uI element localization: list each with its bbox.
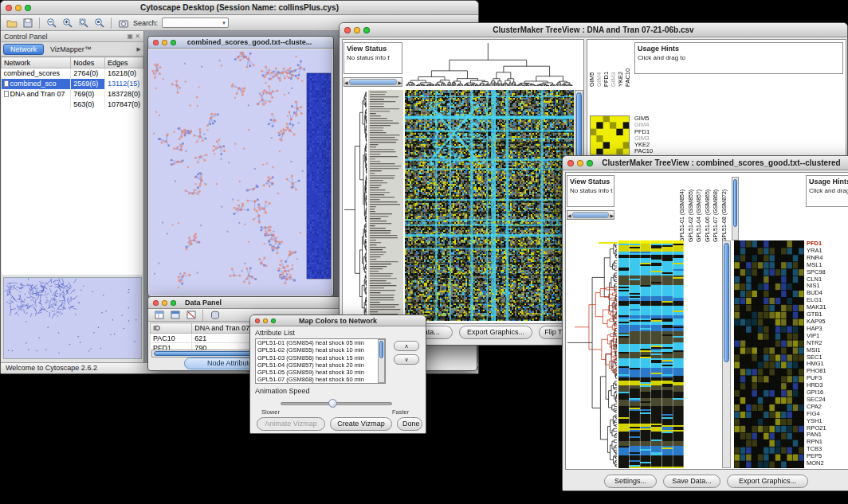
scroll-right-icon[interactable]: ▶ (398, 80, 402, 85)
gene-label[interactable]: VIP1 (807, 333, 848, 340)
gene-label[interactable]: PFD1 (807, 240, 848, 248)
global-heatmap-canvas[interactable] (618, 240, 684, 468)
col-nodes[interactable]: Nodes (71, 57, 105, 68)
dropdown-arrow-icon[interactable]: ▼ (222, 21, 226, 25)
col-id[interactable]: ID (151, 323, 192, 334)
zoom-selected-icon[interactable] (93, 17, 105, 29)
attribute-list[interactable]: GPL51-01 (GSM854) heat shock 05 minGPL51… (255, 338, 386, 384)
row-dendrogram-canvas[interactable] (344, 90, 367, 321)
gene-label[interactable]: GTB1 (807, 311, 848, 318)
network-row-selected[interactable]: combined_sco 2569(6) 13112(15) (2, 79, 143, 89)
gene-label[interactable]: PAN1 (807, 432, 848, 439)
gene-label[interactable]: SEC24 (807, 397, 848, 404)
col-edges[interactable]: Edges (104, 57, 143, 68)
column-dendrogram-canvas[interactable] (405, 42, 574, 87)
scroll-thumb[interactable] (724, 243, 729, 362)
panel-float-icon[interactable]: ▣ ✕ (128, 33, 140, 40)
network-graph-canvas[interactable] (149, 49, 332, 295)
gene-label[interactable]: CPA2 (807, 404, 848, 411)
gene-label[interactable]: RPN1 (807, 439, 848, 446)
unselect-attributes-icon[interactable] (185, 309, 197, 321)
select-attributes-icon[interactable] (153, 309, 165, 321)
network-view-titlebar[interactable]: combined_scores_good.txt--cluste... (148, 37, 333, 49)
open-folder-icon[interactable] (6, 17, 18, 29)
attribute-list-item[interactable]: GPL51-05 (GSM859) heat shock 30 min (256, 369, 385, 376)
zoom-button[interactable] (171, 300, 176, 306)
zoom-button[interactable] (587, 160, 593, 166)
move-up-button[interactable]: ∧ (394, 341, 419, 351)
close-button[interactable] (567, 160, 574, 166)
save-data-button[interactable]: Save Data... (663, 475, 720, 488)
select-all-attributes-icon[interactable] (169, 309, 181, 321)
network-overview-thumbnail[interactable] (3, 277, 142, 359)
gene-label[interactable]: BUD4 (807, 290, 848, 297)
network-row[interactable]: RNAPuberNov2 563(0) 107847(0) (2, 100, 143, 110)
minimize-button[interactable] (15, 5, 22, 11)
zoom-button[interactable] (271, 318, 276, 323)
gene-label[interactable]: GPI16 (807, 389, 848, 397)
minimize-button[interactable] (162, 40, 167, 45)
treeview2-titlebar[interactable]: ClusterMaker TreeView : combined_scores_… (563, 156, 848, 170)
close-button[interactable] (255, 318, 260, 323)
save-icon[interactable] (22, 17, 33, 29)
gene-label[interactable]: MSL1 (807, 262, 848, 269)
network-row[interactable]: combined_scores 2764(0) 16218(0) (2, 68, 143, 79)
settings-button[interactable]: Settings... (604, 475, 657, 488)
treeview1-titlebar[interactable]: ClusterMaker TreeView : DNA and Tran 07-… (340, 23, 847, 37)
done-button[interactable]: Done (397, 417, 422, 431)
zoom-button[interactable] (363, 27, 370, 33)
scroll-track[interactable] (349, 79, 398, 85)
gene-label[interactable]: HAP3 (807, 326, 848, 333)
gene-label[interactable]: PUF3 (807, 375, 848, 382)
heatmap-canvas[interactable] (405, 90, 574, 321)
create-vizmap-button[interactable]: Create Vizmap (330, 417, 392, 431)
scroll-track[interactable] (572, 212, 610, 218)
export-graphics-button[interactable]: Export Graphics... (459, 326, 532, 339)
gene-label[interactable]: PHO81 (807, 368, 848, 375)
zoom-fit-icon[interactable] (77, 17, 89, 29)
slider-thumb[interactable] (328, 399, 337, 408)
gene-label[interactable]: SPC98 (807, 269, 848, 276)
attribute-list-item[interactable]: GPL51-04 (GSM857) heat shock 20 min (256, 361, 385, 369)
network-name[interactable]: DNA and Tran 07 (2, 89, 71, 100)
animate-vizmap-button[interactable]: Animate Vizmap (257, 417, 325, 431)
minimize-button[interactable] (263, 318, 268, 323)
close-button[interactable] (153, 300, 159, 306)
gene-label[interactable]: ELG1 (807, 297, 848, 304)
scroll-left-icon[interactable]: ◀ (567, 213, 571, 218)
row-dendrogram-canvas[interactable] (567, 240, 618, 468)
attribute-list-item[interactable]: GPL51-07 (GSM868) heat shock 60 min (256, 376, 385, 383)
gene-label[interactable]: NIS1 (807, 283, 848, 290)
gene-label[interactable]: CLN1 (807, 276, 848, 283)
minimize-button[interactable] (354, 27, 360, 33)
col-network[interactable]: Network (2, 57, 71, 68)
close-button[interactable] (344, 27, 351, 33)
zoom-matrix-canvas[interactable] (590, 115, 630, 155)
attribute-list-scrollbar[interactable] (378, 339, 385, 383)
attribute-list-item[interactable]: GPL51-03 (GSM856) heat shock 15 min (256, 354, 385, 361)
gene-label[interactable]: NTR2 (807, 340, 848, 347)
zoom-button[interactable] (171, 40, 176, 45)
search-input[interactable]: ▼ (162, 18, 229, 28)
cytoscape-titlebar[interactable]: Cytoscape Desktop (Session Name: collins… (1, 1, 478, 15)
labels-vscrollbar[interactable] (732, 177, 739, 240)
scroll-left-icon[interactable]: ◀ (344, 80, 348, 85)
move-down-button[interactable]: ∨ (394, 354, 419, 365)
minimize-button[interactable] (162, 300, 167, 306)
network-name[interactable]: combined_sco (2, 79, 71, 89)
gene-label[interactable]: YRA1 (807, 248, 848, 255)
minimize-button[interactable] (577, 160, 583, 166)
gene-label[interactable]: MSI1 (807, 347, 848, 354)
h-scroll-mini[interactable]: ◀ ▶ (567, 210, 614, 220)
network-name[interactable]: RNAPuberNov2 (2, 100, 71, 110)
h-scroll-mini[interactable]: ◀ ▶ (344, 77, 402, 87)
gene-label[interactable]: RNR4 (807, 255, 848, 262)
export-graphics-button[interactable]: Export Graphics... (727, 475, 808, 488)
heatmap-vscrollbar[interactable] (722, 240, 731, 468)
tab-vizmapper[interactable]: VizMapper™ (47, 45, 95, 53)
snapshot-icon[interactable] (117, 17, 129, 29)
close-button[interactable] (6, 5, 12, 11)
zoom-in-icon[interactable] (61, 17, 73, 29)
gene-label[interactable]: HRD3 (807, 382, 848, 389)
zoom-heatmap-canvas[interactable] (734, 240, 804, 468)
